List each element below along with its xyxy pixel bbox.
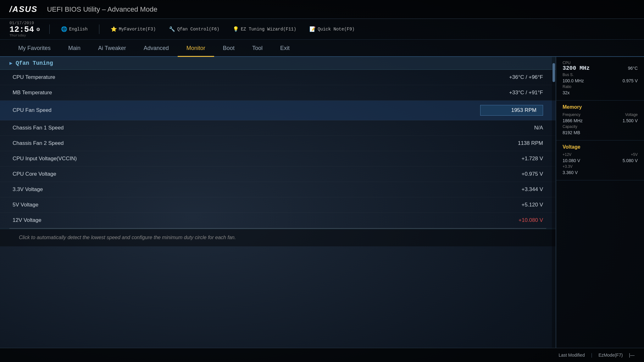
memory-cap-value: 8192 MB <box>563 130 580 135</box>
bios-title: UEFI BIOS Utility – Advanced Mode <box>47 5 157 14</box>
memory-voltage-value: 1.500 V <box>623 118 638 123</box>
table-row[interactable]: Chassis Fan 1 Speed N/A <box>0 120 556 136</box>
row-value: +5.120 V <box>480 202 543 208</box>
tab-monitor[interactable]: Monitor <box>178 40 214 57</box>
right-panel: CPU 3200 MHz 96°C Bus S. 100.0 MHz 0.975… <box>556 57 644 348</box>
top-bar: /ASUS UEFI BIOS Utility – Advanced Mode <box>0 0 644 19</box>
memory-title: Memory <box>563 104 638 110</box>
v12-row: +12V +5V <box>563 152 638 157</box>
bus-freq: 100.0 MHz <box>563 78 584 83</box>
divider <box>99 25 99 34</box>
row-value: +0.975 V <box>480 171 543 177</box>
row-label: CPU Input Voltage(VCCIN) <box>13 156 480 162</box>
wizard-icon: 💡 <box>233 26 239 32</box>
v33-row: +3.3V <box>563 164 638 169</box>
eztuning-button[interactable]: 💡 EZ Tuning Wizard(F11) <box>231 25 298 33</box>
cpu-freq-row: 3200 MHz 96°C <box>563 65 638 71</box>
table-row[interactable]: CPU Temperature +36°C / +96°F <box>0 70 556 85</box>
main-area: ▶ Qfan Tuning CPU Temperature +36°C / +9… <box>0 57 644 348</box>
scrollbar[interactable] <box>552 57 556 348</box>
section-arrow: ▶ <box>9 60 13 66</box>
bus-row: Bus S. <box>563 73 638 77</box>
table-row[interactable]: 5V Voltage +5.120 V <box>0 197 556 213</box>
row-value: +3.344 V <box>480 186 543 193</box>
row-value: +33°C / +91°F <box>480 90 543 96</box>
table-row[interactable]: 12V Voltage +10.080 V <box>0 213 556 228</box>
help-text: Click to automatically detect the lowest… <box>19 235 236 240</box>
memory-voltage-label: Voltage <box>625 112 638 117</box>
myfavorite-button[interactable]: ⭐ MyFavorite(F3) <box>109 25 158 33</box>
v5-label: +5V <box>631 152 638 157</box>
tab-tool[interactable]: Tool <box>243 40 271 57</box>
table-row-highlighted[interactable]: CPU Fan Speed 1953 RPM <box>0 101 556 120</box>
monitor-table: CPU Temperature +36°C / +96°F MB Tempera… <box>0 70 556 228</box>
row-label: Chassis Fan 1 Speed <box>13 125 480 131</box>
left-panel: ▶ Qfan Tuning CPU Temperature +36°C / +9… <box>0 57 556 348</box>
voltage-section: Voltage +12V +5V 10.080 V 5.080 V +3.3V … <box>556 140 644 180</box>
scrollbar-thumb[interactable] <box>552 63 555 82</box>
last-modified-label: Last Modified <box>558 353 585 358</box>
memory-freq-value: 1866 MHz <box>563 118 583 123</box>
v12-value: 10.080 V <box>563 158 580 163</box>
nav-tabs: My Favorites Main Ai Tweaker Advanced Mo… <box>0 40 644 57</box>
v5-value: 5.080 V <box>623 158 638 163</box>
note-icon: 📝 <box>309 26 316 32</box>
row-label: CPU Core Voltage <box>13 171 480 177</box>
table-row[interactable]: CPU Core Voltage +0.975 V <box>0 167 556 182</box>
bus-label: Bus S. <box>563 73 574 77</box>
section-title: Qfan Tuning <box>16 60 53 66</box>
row-label: CPU Fan Speed <box>13 107 480 113</box>
tab-exit[interactable]: Exit <box>271 40 298 57</box>
ratio-value: 32x <box>563 90 570 95</box>
tab-advanced[interactable]: Advanced <box>135 40 178 57</box>
memory-cap-row: Capacity <box>563 124 638 129</box>
cpu-frequency: 3200 MHz <box>563 65 590 71</box>
time-display: 12:54 ⚙ <box>9 25 40 34</box>
row-label: Chassis Fan 2 Speed <box>13 140 480 146</box>
row-value: +36°C / +96°F <box>480 74 543 80</box>
help-bar: Click to automatically detect the lowest… <box>0 229 556 246</box>
table-row[interactable]: CPU Input Voltage(VCCIN) +1.728 V <box>0 151 556 167</box>
row-value-rpm: 1953 RPM <box>480 105 543 116</box>
voltage-title: Voltage <box>563 144 638 150</box>
section-header: ▶ Qfan Tuning <box>0 57 556 70</box>
datetime: 01/17/2019 12:54 ⚙ Thursday <box>9 21 40 37</box>
quicknote-button[interactable]: 📝 Quick Note(F9) <box>308 25 357 33</box>
row-value: +1.728 V <box>480 156 543 162</box>
row-label: 3.3V Voltage <box>13 186 480 193</box>
separator: |— <box>629 353 635 358</box>
info-bar: 01/17/2019 12:54 ⚙ Thursday 🌐 English ⭐ … <box>0 19 644 40</box>
table-row[interactable]: Chassis Fan 2 Speed 1138 RPM <box>0 136 556 151</box>
divider <box>49 25 50 34</box>
tab-boot[interactable]: Boot <box>214 40 243 57</box>
row-value: 1138 RPM <box>480 140 543 146</box>
memory-cap-label: Capacity <box>563 124 577 129</box>
weekday: Thursday <box>9 34 40 37</box>
fan-icon: 🔧 <box>169 26 175 32</box>
tab-main[interactable]: Main <box>59 40 89 57</box>
v33-label: +3.3V <box>563 164 573 169</box>
row-label: 12V Voltage <box>13 217 480 223</box>
status-bar: Last Modified | EzMode(F7) |— <box>0 348 644 362</box>
memory-freq-row: Frequency Voltage <box>563 112 638 117</box>
status-divider: | <box>591 353 592 358</box>
bus-values-row: 100.0 MHz 0.975 V <box>563 78 638 83</box>
ez-mode-label: EzMode(F7) <box>598 353 623 358</box>
bus-voltage: 0.975 V <box>623 78 638 83</box>
table-row[interactable]: 3.3V Voltage +3.344 V <box>0 182 556 197</box>
language-button[interactable]: 🌐 English <box>59 25 90 33</box>
row-value-red: +10.080 V <box>480 217 543 223</box>
row-label: MB Temperature <box>13 90 480 96</box>
tab-aitweaker[interactable]: Ai Tweaker <box>89 40 135 57</box>
globe-icon: 🌐 <box>61 26 67 32</box>
gear-icon: ⚙ <box>36 27 40 32</box>
qfan-button[interactable]: 🔧 Qfan Control(F6) <box>167 25 221 33</box>
tab-myfavorites[interactable]: My Favorites <box>9 40 59 57</box>
row-label: CPU Temperature <box>13 74 480 80</box>
ratio-row: Ratio <box>563 85 638 89</box>
star-icon: ⭐ <box>111 26 117 32</box>
cpu-temp: 96°C <box>628 66 638 71</box>
ratio-value-row: 32x <box>563 90 638 95</box>
row-value: N/A <box>480 125 543 131</box>
table-row[interactable]: MB Temperature +33°C / +91°F <box>0 85 556 101</box>
